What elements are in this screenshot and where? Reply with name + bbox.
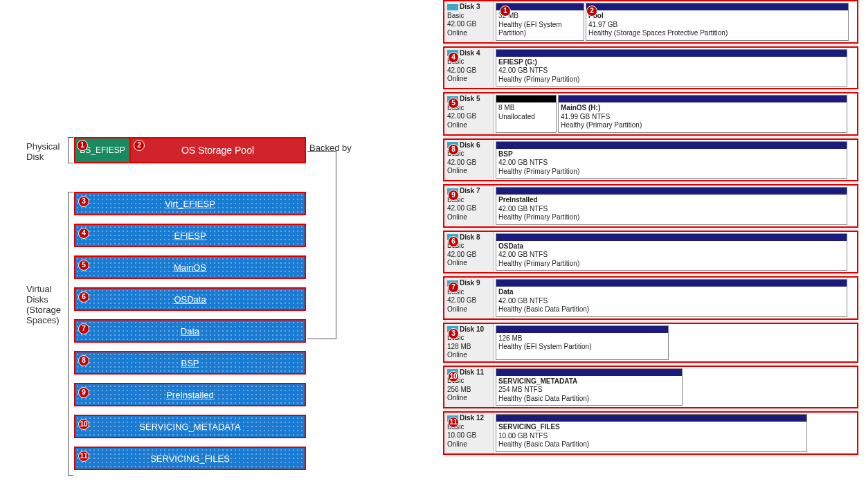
- dm-badge-10: 10: [448, 371, 459, 382]
- partition-stripe: [496, 280, 847, 287]
- vdisk-stack: 3Virt_EFIESP4EFIESP5MainOS6OSData7Data8B…: [74, 192, 306, 478]
- vdisk-label: MainOS: [174, 262, 206, 273]
- dm-badge-2: 2: [586, 6, 597, 17]
- label-virtual-disks: Virtual Disks (Storage Spaces): [26, 284, 68, 325]
- bracket-phys: [68, 137, 73, 163]
- vdisk-servicing_files: 11SERVICING_FILES: [74, 447, 306, 470]
- partition-title: BSP: [498, 150, 513, 158]
- partition-status: Healthy (Primary Partition): [498, 213, 579, 221]
- partition: 8 MBUnallocated: [496, 95, 557, 133]
- partition-status: Healthy (Basic Data Partition): [498, 395, 589, 402]
- dm-row-disk-11: 10Disk 11Basic256 MBOnlineSERVICING_META…: [443, 366, 858, 409]
- disk-status: Online: [447, 75, 467, 82]
- disk-name: Disk 7: [460, 187, 480, 195]
- disk-status: Online: [447, 213, 467, 221]
- partition-status: Unallocated: [498, 113, 535, 120]
- disk-name: Disk 9: [460, 279, 480, 287]
- disk-status: Online: [447, 305, 467, 313]
- disk-icon: [447, 4, 458, 10]
- dm-badge-8: 8: [448, 144, 459, 155]
- vdisk-label: Virt_EFIESP: [165, 199, 215, 209]
- partition-status: Healthy (Basic Data Partition): [498, 305, 589, 313]
- dm-partitions: BSP42.00 GB NTFSHealthy (Primary Partiti…: [494, 140, 857, 181]
- partition-status: Healthy (Storage Spaces Protective Parti…: [588, 29, 728, 37]
- partition: PreInstalled42.00 GB NTFSHealthy (Primar…: [496, 187, 847, 225]
- disk-status: Online: [447, 121, 467, 129]
- vdisk-bsp: 8BSP: [74, 351, 306, 375]
- disk-size: 42.00 GB: [447, 204, 476, 212]
- disk-status: Online: [447, 440, 467, 448]
- partition-stripe: [586, 3, 848, 10]
- disk-size: 128 MB: [447, 343, 471, 350]
- badge-1: 1: [77, 140, 88, 151]
- disk-name: Disk 6: [460, 141, 480, 149]
- partition-status: Healthy (Basic Data Partition): [498, 440, 589, 448]
- vdisk-label: SERVICING_METADATA: [139, 422, 240, 432]
- vdisk-preinstalled: 9PreInstalled: [74, 383, 306, 406]
- dm-row-disk-9: 7Disk 9Basic42.00 GBOnlineData42.00 GB N…: [443, 276, 858, 320]
- partition-status: Healthy (Primary Partition): [498, 260, 579, 267]
- partition-title: SERVICING_FILES: [498, 423, 560, 431]
- dm-row-disk-3: 12Disk 3Basic42.00 GBOnline32 MBHealthy …: [443, 0, 858, 44]
- partition-size: 42.00 GB NTFS: [498, 297, 548, 305]
- disk-size: 42.00 GB: [447, 296, 476, 304]
- vdisk-label: Data: [181, 326, 199, 336]
- disk-size: 42.00 GB: [447, 66, 476, 74]
- bracket-backed-by: [307, 151, 336, 339]
- partition: OSData42.00 GB NTFSHealthy (Primary Part…: [496, 233, 847, 271]
- badge-3: 3: [78, 196, 89, 207]
- disk-size: 256 MB: [447, 386, 471, 393]
- disk-name: Disk 4: [460, 49, 480, 57]
- badge-2: 2: [134, 140, 145, 151]
- dm-row-disk-4: 4Disk 4Basic42.00 GBOnlineEFIESP (G:)42.…: [443, 46, 858, 90]
- partition-size: 8 MB: [498, 104, 514, 111]
- partition-size: 10.00 GB NTFS: [498, 432, 548, 440]
- partition-title: MainOS (H:): [561, 104, 600, 111]
- badge-11: 11: [78, 451, 89, 462]
- badge-6: 6: [78, 291, 89, 303]
- partition-stripe: [496, 415, 806, 422]
- partition-size: 126 MB: [498, 334, 522, 342]
- dm-info: Disk 3Basic42.00 GBOnline: [444, 1, 494, 42]
- dm-badge-5: 5: [448, 98, 459, 109]
- partition-size: 42.00 GB NTFS: [498, 66, 548, 74]
- vdisk-label: SERVICING_FILES: [150, 453, 230, 464]
- os-pool-label: OS Storage Pool: [181, 145, 254, 156]
- disk-status: Online: [447, 167, 467, 174]
- partition-status: Healthy (Primary Partition): [498, 75, 579, 83]
- partition: EFIESP (G:)42.00 GB NTFSHealthy (Primary…: [496, 49, 847, 87]
- partition-stripe: [496, 50, 847, 57]
- partition-size: 42.00 GB NTFS: [498, 205, 548, 213]
- dm-row-disk-6: 8Disk 6Basic42.00 GBOnlineBSP42.00 GB NT…: [443, 138, 858, 182]
- vdisk-servicing_metadata: 10SERVICING_METADATA: [74, 415, 306, 438]
- disk-status: Online: [447, 259, 467, 267]
- disk-size: 10.00 GB: [447, 431, 476, 439]
- disk-type: Basic: [447, 12, 464, 19]
- dm-partitions: 8 MBUnallocatedMainOS (H:)41.99 GB NTFSH…: [494, 93, 857, 134]
- partition-size: 42.00 GB NTFS: [498, 159, 548, 166]
- partition-status: Healthy (Primary Partition): [498, 168, 579, 175]
- dm-partitions: Data42.00 GB NTFSHealthy (Basic Data Par…: [494, 278, 857, 318]
- dm-row-disk-5: 5Disk 5Basic42.00 GBOnline8 MBUnallocate…: [443, 92, 858, 136]
- disk-name: Disk 12: [460, 414, 484, 422]
- vdisk-efiesp: 4EFIESP: [74, 224, 306, 247]
- partition: 126 MBHealthy (EFI System Partition): [496, 325, 669, 360]
- badge-7: 7: [78, 323, 89, 334]
- dm-badge-3: 3: [448, 328, 459, 339]
- partition-stripe: [496, 234, 847, 241]
- disk-status: Online: [447, 29, 467, 37]
- disk-name: Disk 5: [460, 95, 480, 102]
- partition-bs-efiesp: 1 BS_EFIESP: [75, 138, 129, 162]
- vdisk-virt_efiesp: 3Virt_EFIESP: [74, 192, 306, 215]
- badge-4: 4: [78, 228, 89, 239]
- partition-os-pool: 2 OS Storage Pool: [129, 138, 305, 162]
- partition-stripe: [496, 326, 668, 333]
- partition-size: 41.97 GB: [588, 21, 617, 28]
- badge-10: 10: [78, 419, 89, 430]
- partition-size: 41.99 GB NTFS: [561, 113, 610, 120]
- partition-title: EFIESP (G:): [498, 58, 537, 66]
- disk-status: Online: [447, 351, 467, 359]
- partition-stripe: [559, 96, 847, 102]
- partition-status: Healthy (EFI System Partition): [498, 21, 562, 37]
- dm-badge-7: 7: [448, 282, 459, 293]
